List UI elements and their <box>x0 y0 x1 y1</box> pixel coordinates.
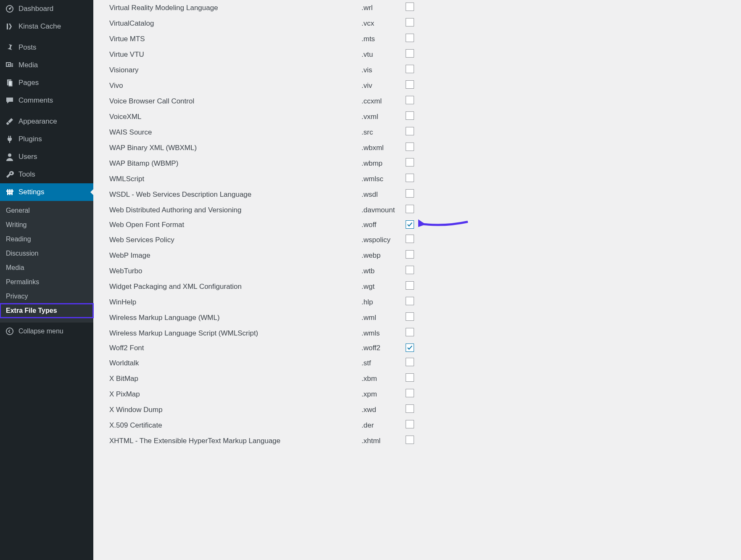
table-row: X.509 Certificate.der <box>109 417 422 433</box>
sidebar-item-comments[interactable]: Comments <box>0 92 93 109</box>
settings-sub-privacy[interactable]: Privacy <box>0 289 93 304</box>
file-type-name: Virtual Reality Modeling Language <box>109 0 361 16</box>
table-row: WAIS Source.src <box>109 124 422 140</box>
file-types-table: Virtual Reality Modeling Language.wrlVir… <box>109 0 422 449</box>
file-type-checkbox[interactable] <box>406 127 414 135</box>
sidebar-item-plugins[interactable]: Plugins <box>0 130 93 148</box>
table-row: X Window Dump.xwd <box>109 402 422 417</box>
file-type-name: Virtue MTS <box>109 31 361 47</box>
file-type-checkbox[interactable] <box>406 373 414 382</box>
sidebar-item-settings[interactable]: Settings <box>0 183 93 201</box>
settings-submenu: GeneralWritingReadingDiscussionMediaPerm… <box>0 201 93 322</box>
file-type-name: Wireless Markup Language (WML) <box>109 310 361 325</box>
file-type-checkbox[interactable] <box>406 297 414 305</box>
file-type-ext: .woff2 <box>361 341 406 355</box>
svg-point-4 <box>8 153 11 157</box>
file-type-ext: .wsdl <box>361 187 406 202</box>
file-type-ext: .wrl <box>361 0 406 16</box>
file-type-checkbox[interactable] <box>406 312 414 321</box>
svg-rect-9 <box>8 193 11 194</box>
svg-point-11 <box>6 328 13 335</box>
settings-sub-permalinks[interactable]: Permalinks <box>0 275 93 289</box>
table-row: Web Distributed Authoring and Versioning… <box>109 202 422 218</box>
file-type-checkbox[interactable] <box>406 266 414 274</box>
sidebar-item-tools[interactable]: Tools <box>0 166 93 183</box>
brush-icon <box>5 117 14 126</box>
settings-sub-reading[interactable]: Reading <box>0 232 93 246</box>
file-type-ext: .ccxml <box>361 93 406 109</box>
settings-sub-general[interactable]: General <box>0 203 93 218</box>
file-type-checkbox[interactable] <box>406 96 414 104</box>
file-type-checkbox[interactable] <box>406 80 414 89</box>
annotation-arrow-icon <box>418 218 469 232</box>
file-type-checkbox[interactable] <box>406 111 414 120</box>
file-type-checkbox[interactable] <box>406 420 414 428</box>
sidebar-item-posts[interactable]: Posts <box>0 39 93 56</box>
sidebar-item-users[interactable]: Users <box>0 148 93 166</box>
table-row: Vivo.viv <box>109 78 422 93</box>
file-type-checkbox[interactable] <box>406 404 414 413</box>
table-row: X BitMap.xbm <box>109 371 422 386</box>
sidebar-item-media[interactable]: Media <box>0 56 93 74</box>
file-type-checkbox[interactable] <box>406 358 414 366</box>
settings-sub-extra-file-types[interactable]: Extra File Types <box>0 304 93 318</box>
svg-rect-10 <box>11 190 13 192</box>
file-type-checkbox[interactable] <box>406 65 414 73</box>
file-type-checkbox[interactable] <box>406 174 414 182</box>
file-type-name: Worldtalk <box>109 355 361 371</box>
table-row: Wireless Markup Language (WML).wml <box>109 310 422 325</box>
file-type-checkbox[interactable] <box>406 49 414 58</box>
file-type-name: Web Distributed Authoring and Versioning <box>109 202 361 218</box>
file-type-checkbox[interactable] <box>406 205 414 213</box>
file-type-checkbox[interactable] <box>406 143 414 151</box>
file-type-checkbox[interactable] <box>406 3 414 11</box>
file-type-ext: .xhtml <box>361 433 406 449</box>
file-type-checkbox[interactable] <box>406 281 414 290</box>
file-type-checkbox[interactable] <box>406 436 414 444</box>
table-row: Voice Browser Call Control.ccxml <box>109 93 422 109</box>
settings-sub-writing[interactable]: Writing <box>0 218 93 232</box>
sidebar-item-dashboard[interactable]: Dashboard <box>0 0 93 18</box>
table-row: Worldtalk.stf <box>109 355 422 371</box>
file-type-checkbox[interactable] <box>406 158 414 166</box>
collapse-menu-button[interactable]: Collapse menu <box>0 322 93 340</box>
file-type-name: WAIS Source <box>109 124 361 140</box>
sidebar-item-appearance[interactable]: Appearance <box>0 113 93 130</box>
file-type-ext: .wgt <box>361 279 406 294</box>
user-icon <box>5 152 14 161</box>
table-row: Web Services Policy.wspolicy <box>109 232 422 248</box>
file-type-ext: .wmls <box>361 325 406 341</box>
file-type-ext: .wml <box>361 310 406 325</box>
file-type-name: WAP Bitamp (WBMP) <box>109 156 361 171</box>
file-type-ext: .wbxml <box>361 140 406 156</box>
svg-rect-8 <box>6 190 9 192</box>
table-row: WebP Image.webp <box>109 248 422 263</box>
settings-icon <box>5 188 14 197</box>
sidebar-item-kinsta-cache[interactable]: Kinsta Cache <box>0 18 93 35</box>
file-type-checkbox[interactable] <box>406 250 414 259</box>
file-type-ext: .davmount <box>361 202 406 218</box>
file-type-name: X.509 Certificate <box>109 417 361 433</box>
collapse-menu-label: Collapse menu <box>18 328 63 335</box>
settings-sub-media[interactable]: Media <box>0 261 93 275</box>
file-type-name: X Window Dump <box>109 402 361 417</box>
table-row: Virtue VTU.vtu <box>109 47 422 62</box>
sidebar-item-label: Settings <box>18 188 44 196</box>
file-type-name: WSDL - Web Services Description Language <box>109 187 361 202</box>
file-type-checkbox[interactable] <box>406 235 414 243</box>
file-type-ext: .xbm <box>361 371 406 386</box>
file-type-checkbox[interactable] <box>406 389 414 397</box>
table-row: WSDL - Web Services Description Language… <box>109 187 422 202</box>
file-type-checkbox[interactable] <box>406 220 414 229</box>
table-row: Visionary.vis <box>109 62 422 78</box>
file-type-checkbox[interactable] <box>406 343 414 352</box>
file-type-checkbox[interactable] <box>406 34 414 42</box>
file-type-checkbox[interactable] <box>406 189 414 198</box>
svg-rect-7 <box>11 189 13 195</box>
settings-sub-discussion[interactable]: Discussion <box>0 246 93 261</box>
file-type-checkbox[interactable] <box>406 18 414 26</box>
sidebar-item-pages[interactable]: Pages <box>0 74 93 92</box>
file-type-ext: .vcx <box>361 16 406 31</box>
file-type-checkbox[interactable] <box>406 328 414 336</box>
file-type-name: Web Services Policy <box>109 232 361 248</box>
